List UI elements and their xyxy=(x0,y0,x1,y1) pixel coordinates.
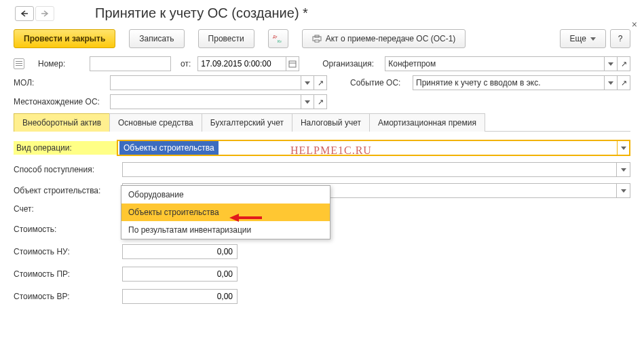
date-input[interactable] xyxy=(197,56,286,71)
event-dropdown-button[interactable] xyxy=(604,75,618,90)
op-type-dropdown-list: Оборудование Объекты строительства По ре… xyxy=(121,185,330,239)
dt-kt-icon: ДтКт xyxy=(273,34,284,43)
nav-forward-button[interactable] xyxy=(35,6,54,21)
event-open-button[interactable]: ↗ xyxy=(617,75,630,90)
date-picker-button[interactable] xyxy=(286,56,299,71)
op-type-value: Объекты строительства xyxy=(119,141,219,155)
mol-label: МОЛ: xyxy=(14,78,79,88)
cost-pr-input[interactable] xyxy=(122,267,238,282)
mol-dropdown-button[interactable] xyxy=(301,75,314,90)
debit-credit-button[interactable]: ДтКт xyxy=(268,29,288,48)
act-report-button[interactable]: Акт о приеме-передаче ОС (ОС-1) xyxy=(302,29,466,48)
svg-rect-4 xyxy=(315,40,319,42)
nav-back-button[interactable] xyxy=(15,6,34,21)
dropdown-item-construction-objects[interactable]: Объекты строительства xyxy=(121,204,330,221)
write-button[interactable]: Записать xyxy=(129,29,184,48)
more-label: Еще xyxy=(570,34,586,43)
construction-object-label: Объект строительства: xyxy=(14,186,122,195)
chevron-down-icon xyxy=(621,189,626,193)
location-input[interactable] xyxy=(110,94,301,109)
chevron-down-icon xyxy=(621,168,626,172)
cost-label: Стоимость: xyxy=(14,225,122,234)
location-field[interactable]: ↗ xyxy=(110,94,327,109)
post-button[interactable]: Провести xyxy=(198,29,254,48)
org-dropdown-button[interactable] xyxy=(604,56,618,71)
cost-pr-label: Стоимость ПР: xyxy=(14,269,122,279)
act-report-label: Акт о приеме-передаче ОС (ОС-1) xyxy=(326,34,456,43)
org-label: Организация: xyxy=(322,59,382,69)
help-button[interactable]: ? xyxy=(610,29,630,48)
location-dropdown-button[interactable] xyxy=(301,94,314,109)
org-open-button[interactable]: ↗ xyxy=(617,56,630,71)
mol-input[interactable] xyxy=(110,75,301,90)
svg-rect-5 xyxy=(289,61,296,67)
close-button[interactable]: × xyxy=(632,19,637,30)
chevron-down-icon xyxy=(305,81,310,85)
number-input[interactable] xyxy=(90,56,171,71)
mol-open-button[interactable]: ↗ xyxy=(314,75,327,90)
post-and-close-button[interactable]: Провести и закрыть xyxy=(14,29,115,48)
construction-object-dropdown-button[interactable] xyxy=(617,183,630,198)
tab-noncurrent-asset[interactable]: Внеоборотный актив xyxy=(14,113,110,132)
from-label: от: xyxy=(181,59,191,69)
event-value[interactable]: Принятие к учету с вводом в экс. xyxy=(413,75,604,90)
org-field[interactable]: Конфетпром ↗ xyxy=(385,56,630,71)
tab-tax-accounting[interactable]: Налоговый учет xyxy=(292,113,370,132)
receipt-method-input[interactable] xyxy=(122,162,617,177)
svg-text:Дт: Дт xyxy=(273,35,278,39)
arrow-right-icon xyxy=(41,10,49,17)
page-title: Принятие к учету ОС (создание) * xyxy=(95,5,308,21)
dropdown-item-equipment[interactable]: Оборудование xyxy=(121,186,330,204)
dropdown-item-inventory-results[interactable]: По результатам инвентаризации xyxy=(121,221,330,239)
location-label: Местонахождение ОС: xyxy=(14,97,105,107)
chevron-down-icon xyxy=(608,62,613,66)
op-type-dropdown-button[interactable] xyxy=(617,141,629,155)
chevron-down-icon xyxy=(621,147,626,150)
tab-fixed-assets[interactable]: Основные средства xyxy=(109,113,202,132)
chevron-down-icon xyxy=(608,81,613,85)
svg-text:Кт: Кт xyxy=(278,39,282,43)
number-label: Номер: xyxy=(38,59,87,69)
cost-nu-input[interactable] xyxy=(122,244,238,259)
watermark-text: HELPME1C.RU xyxy=(290,144,372,157)
org-value[interactable]: Конфетпром xyxy=(385,56,604,71)
account-label: Счет: xyxy=(14,204,122,214)
cost-vr-label: Стоимость ВР: xyxy=(14,292,122,301)
tab-accounting[interactable]: Бухгалтерский учет xyxy=(202,113,292,132)
more-button[interactable]: Еще xyxy=(560,29,606,48)
op-type-label: Вид операции: xyxy=(14,141,117,155)
date-field[interactable] xyxy=(197,56,299,71)
receipt-method-field[interactable] xyxy=(122,162,630,177)
arrow-left-icon xyxy=(20,10,29,17)
location-open-button[interactable]: ↗ xyxy=(314,94,327,109)
event-field[interactable]: Принятие к учету с вводом в экс. ↗ xyxy=(413,75,630,90)
receipt-method-label: Способ поступления: xyxy=(14,165,122,174)
event-label: Событие ОС: xyxy=(350,78,410,88)
calendar-icon xyxy=(288,60,297,68)
mol-field[interactable]: ↗ xyxy=(110,75,327,90)
cost-nu-label: Стоимость НУ: xyxy=(14,247,122,256)
document-icon xyxy=(14,58,24,69)
chevron-down-icon xyxy=(305,100,310,104)
op-type-field[interactable]: Объекты строительства HELPME1C.RU xyxy=(117,140,630,156)
printer-icon xyxy=(312,35,322,43)
chevron-down-icon xyxy=(590,37,596,41)
receipt-method-dropdown-button[interactable] xyxy=(617,162,630,177)
tab-depreciation-bonus[interactable]: Амортизационная премия xyxy=(369,113,485,132)
cost-vr-input[interactable] xyxy=(122,289,238,304)
